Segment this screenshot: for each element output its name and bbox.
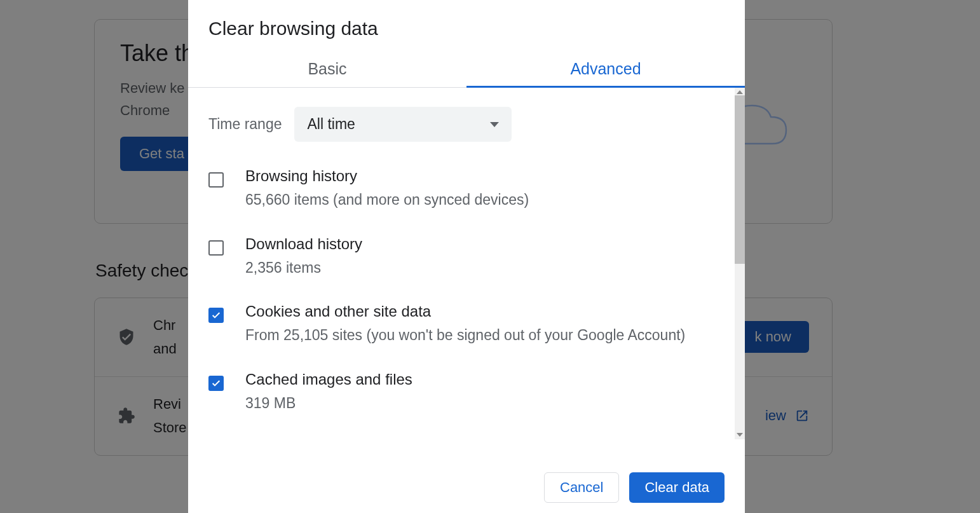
time-range-select[interactable]: All time — [294, 107, 512, 142]
tab-advanced[interactable]: Advanced — [466, 52, 745, 87]
clear-data-button[interactable]: Clear data — [629, 472, 725, 503]
dialog-actions: Cancel Clear data — [188, 457, 745, 513]
checkbox-cached-images[interactable] — [208, 376, 224, 391]
time-range-label: Time range — [208, 116, 282, 133]
scroll-down-icon[interactable] — [737, 433, 743, 437]
tab-basic[interactable]: Basic — [188, 52, 466, 87]
scrollbar-thumb[interactable] — [735, 95, 745, 264]
checkbox-cookies[interactable] — [208, 308, 224, 323]
dialog-tabs: Basic Advanced — [188, 52, 745, 88]
time-range-row: Time range All time — [208, 107, 725, 142]
option-subtitle: 65,660 items (and more on synced devices… — [245, 189, 725, 211]
option-title: Download history — [245, 235, 725, 253]
option-subtitle: 319 MB — [245, 392, 725, 414]
option-title: Cookies and other site data — [245, 303, 725, 320]
option-download-history: Download history 2,356 items — [208, 235, 725, 279]
option-browsing-history: Browsing history 65,660 items (and more … — [208, 167, 725, 211]
option-subtitle: From 25,105 sites (you won't be signed o… — [245, 324, 725, 346]
option-subtitle: 2,356 items — [245, 257, 725, 279]
dialog-body: Time range All time Browsing history 65,… — [188, 88, 745, 457]
clear-browsing-data-dialog: Clear browsing data Basic Advanced Time … — [188, 0, 745, 513]
time-range-value: All time — [307, 116, 355, 133]
option-cookies: Cookies and other site data From 25,105 … — [208, 303, 725, 346]
option-cached-images: Cached images and files 319 MB — [208, 371, 725, 414]
dialog-title: Clear browsing data — [188, 0, 745, 52]
checkbox-browsing-history[interactable] — [208, 172, 224, 188]
scroll-up-icon[interactable] — [737, 90, 743, 94]
scrollbar[interactable] — [735, 88, 745, 439]
option-title: Cached images and files — [245, 371, 725, 388]
checkbox-download-history[interactable] — [208, 240, 224, 256]
option-title: Browsing history — [245, 167, 725, 185]
cancel-button[interactable]: Cancel — [544, 472, 619, 503]
chevron-down-icon — [490, 122, 499, 127]
